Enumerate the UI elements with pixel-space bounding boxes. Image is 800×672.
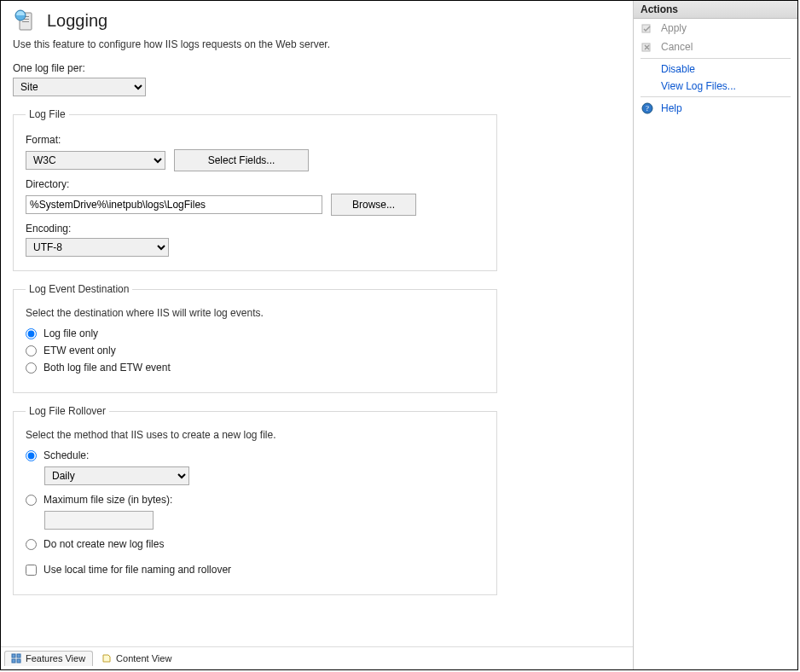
schedule-select[interactable]: Daily	[44, 466, 189, 485]
radio-etw-only-label: ETW event only	[43, 345, 116, 356]
encoding-select[interactable]: UTF-8	[26, 238, 169, 257]
radio-etw-only[interactable]	[26, 345, 37, 356]
one-log-file-per-label: One log file per:	[13, 62, 621, 74]
actions-header: Actions	[634, 1, 797, 19]
radio-log-file-only-label: Log file only	[43, 327, 98, 339]
format-label: Format:	[26, 134, 484, 146]
log-file-group: Log File Format: W3C Select Fields... Di…	[13, 108, 497, 271]
max-file-size-input[interactable]	[44, 511, 154, 530]
browse-button[interactable]: Browse...	[331, 194, 416, 216]
tab-content-view-label: Content View	[116, 653, 171, 663]
one-log-file-per-select[interactable]: Site	[13, 78, 146, 96]
log-event-destination-group: Log Event Destination Select the destina…	[13, 283, 497, 393]
tab-features-view[interactable]: Features View	[4, 651, 93, 666]
svg-rect-6	[17, 654, 20, 658]
log-event-destination-legend: Log Event Destination	[26, 283, 132, 295]
action-disable[interactable]: Disable	[634, 61, 797, 78]
radio-no-new-log-files-label: Do not create new log files	[43, 538, 164, 550]
actions-pane: Actions Apply Cancel Disable View Log Fi…	[634, 1, 797, 669]
log-file-rollover-legend: Log File Rollover	[26, 405, 109, 417]
features-view-icon	[10, 652, 22, 664]
svg-rect-7	[12, 659, 15, 663]
radio-both-label: Both log file and ETW event	[43, 362, 171, 374]
cancel-icon	[641, 40, 654, 54]
log-file-legend: Log File	[26, 108, 69, 120]
encoding-label: Encoding:	[26, 223, 484, 235]
page-title: Logging	[47, 11, 107, 31]
log-file-rollover-group: Log File Rollover Select the method that…	[13, 405, 497, 595]
action-view-log-files[interactable]: View Log Files...	[634, 78, 797, 95]
tab-features-view-label: Features View	[26, 653, 85, 663]
bottom-tabs: Features View Content View	[1, 646, 633, 669]
action-disable-label: Disable	[661, 63, 695, 75]
action-help[interactable]: ? Help	[634, 99, 797, 118]
svg-rect-5	[12, 654, 15, 658]
page-description: Use this feature to configure how IIS lo…	[13, 38, 621, 50]
action-apply: Apply	[634, 19, 797, 38]
directory-label: Directory:	[26, 178, 484, 190]
apply-icon	[641, 21, 654, 35]
directory-input[interactable]	[26, 195, 322, 214]
action-cancel-label: Cancel	[661, 41, 693, 53]
log-file-rollover-description: Select the method that IIS uses to creat…	[26, 429, 484, 441]
svg-rect-8	[17, 659, 20, 663]
help-icon: ?	[641, 101, 654, 115]
radio-schedule[interactable]	[26, 450, 37, 461]
action-cancel: Cancel	[634, 38, 797, 56]
radio-no-new-log-files[interactable]	[26, 539, 37, 550]
action-help-label: Help	[661, 102, 682, 114]
log-event-destination-description: Select the destination where IIS will wr…	[26, 307, 484, 319]
checkbox-use-local-time-label: Use local time for file naming and rollo…	[43, 564, 231, 576]
logging-icon	[13, 8, 38, 33]
content-view-icon	[101, 652, 113, 664]
action-apply-label: Apply	[661, 22, 687, 34]
action-view-log-files-label: View Log Files...	[661, 80, 736, 92]
radio-max-file-size-label: Maximum file size (in bytes):	[43, 494, 172, 506]
tab-content-view[interactable]: Content View	[95, 651, 179, 666]
svg-text:?: ?	[646, 104, 649, 113]
radio-both[interactable]	[26, 362, 37, 374]
select-fields-button[interactable]: Select Fields...	[174, 149, 309, 171]
radio-schedule-label: Schedule:	[43, 449, 89, 461]
radio-log-file-only[interactable]	[26, 328, 37, 339]
radio-max-file-size[interactable]	[26, 495, 37, 506]
checkbox-use-local-time[interactable]	[26, 565, 37, 576]
format-select[interactable]: W3C	[26, 151, 165, 170]
svg-rect-9	[642, 25, 650, 32]
svg-rect-3	[22, 21, 29, 22]
